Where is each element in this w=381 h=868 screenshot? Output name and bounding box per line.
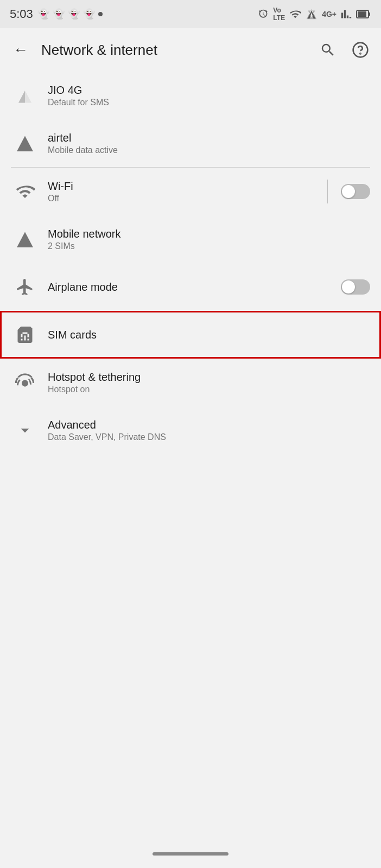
advanced-item[interactable]: Advanced Data Saver, VPN, Private DNS [0,406,381,454]
volte-icon: VoLTE [273,7,285,22]
status-bar: 5:03 👻 👻 👻 👻 VoLTE 4G+ [0,0,381,28]
svg-marker-5 [18,91,25,103]
search-button[interactable] [316,38,340,62]
page-title: Network & internet [41,42,307,59]
help-icon [352,41,369,59]
chevron-down-icon [11,420,39,440]
svg-rect-1 [369,12,370,16]
status-icons-left: 👻 👻 👻 👻 [37,8,103,20]
snapchat-icon-1: 👻 [37,8,49,20]
wifi-item[interactable]: Wi-Fi Off [0,168,381,215]
hotspot-title: Hotspot & tethering [48,371,370,384]
signal-full-icon-mobile [11,229,39,249]
jio4g-title: JIO 4G [48,84,370,97]
search-icon [320,42,336,58]
hotspot-item[interactable]: Hotspot & tethering Hotspot on [0,359,381,406]
notification-dot [98,12,103,16]
mobile-network-subtitle: 2 SIMs [48,241,370,251]
sim-cards-content: SIM cards [48,329,370,341]
hotspot-icon [11,373,39,392]
alarm-icon [258,9,269,20]
airplane-mode-title: Airplane mode [48,281,334,293]
wifi-content: Wi-Fi Off [48,180,323,203]
snapchat-icon-4: 👻 [83,8,95,20]
signal-low-icon [11,86,39,105]
wifi-toggle-switch[interactable] [341,184,370,199]
svg-marker-7 [17,136,33,152]
app-bar-actions [316,38,372,62]
jio4g-item[interactable]: JIO 4G Default for SMS [0,72,381,119]
airtel-title: airtel [48,132,370,144]
sim-cards-item[interactable]: SIM cards [0,311,381,359]
advanced-title: Advanced [48,419,370,431]
snapchat-icon-3: 👻 [68,8,80,20]
app-bar: ← Network & internet [0,28,381,72]
back-arrow-icon: ← [13,41,28,59]
mobile-network-title: Mobile network [48,228,370,240]
svg-point-4 [360,53,360,54]
airtel-content: airtel Mobile data active [48,132,370,155]
help-button[interactable] [348,38,372,62]
wifi-toggle[interactable] [341,184,370,199]
jio4g-content: JIO 4G Default for SMS [48,84,370,107]
svg-marker-8 [17,232,33,248]
wifi-title: Wi-Fi [48,180,323,193]
network-type-icon: 4G+ [322,10,336,18]
signal-full-icon-airtel [11,133,39,153]
wifi-toggle-knob [342,185,355,198]
signal-status-icon [306,8,318,20]
nav-bar [0,840,381,868]
snapchat-icon-2: 👻 [53,8,65,20]
airplane-toggle-knob [342,280,355,293]
airplane-mode-content: Airplane mode [48,281,334,293]
wifi-subtitle: Off [48,194,323,203]
airtel-subtitle: Mobile data active [48,145,370,155]
battery-icon [356,9,371,19]
airtel-item[interactable]: airtel Mobile data active [0,119,381,167]
sim-cards-title: SIM cards [48,329,370,341]
advanced-subtitle: Data Saver, VPN, Private DNS [48,432,370,442]
airplane-toggle[interactable] [341,279,370,295]
hotspot-content: Hotspot & tethering Hotspot on [48,371,370,394]
mobile-network-item[interactable]: Mobile network 2 SIMs [0,215,381,263]
svg-rect-2 [358,11,366,17]
status-right: VoLTE 4G+ [258,7,371,22]
back-button[interactable]: ← [9,38,33,62]
svg-marker-6 [25,91,31,103]
settings-list: JIO 4G Default for SMS airtel Mobile dat… [0,72,381,454]
advanced-content: Advanced Data Saver, VPN, Private DNS [48,419,370,442]
wifi-vertical-divider [327,180,328,203]
wifi-status-icon [289,8,301,20]
airplane-toggle-switch[interactable] [341,279,370,295]
signal-bars-icon [341,9,352,20]
hotspot-subtitle: Hotspot on [48,385,370,394]
jio4g-subtitle: Default for SMS [48,98,370,107]
airplane-mode-item[interactable]: Airplane mode [0,263,381,311]
status-time: 5:03 [10,7,33,21]
mobile-network-content: Mobile network 2 SIMs [48,228,370,251]
nav-indicator [153,852,228,856]
wifi-icon [11,182,39,201]
airplane-icon [11,277,39,297]
sim-icon [11,325,39,344]
